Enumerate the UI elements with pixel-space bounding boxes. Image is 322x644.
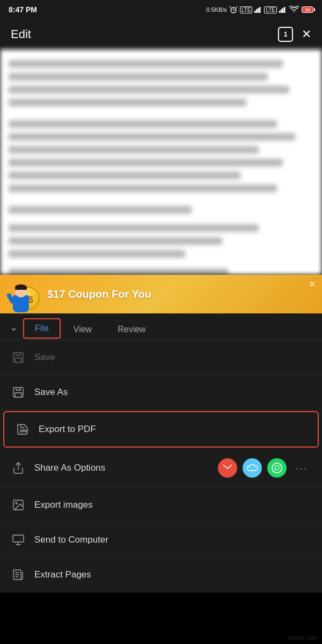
blur-line bbox=[9, 159, 283, 166]
send-computer-label: Send to Computer bbox=[34, 535, 311, 545]
blur-line bbox=[9, 86, 289, 93]
svg-rect-1 bbox=[254, 11, 256, 13]
status-speed: 0.5KB/s bbox=[206, 6, 227, 13]
tab-file[interactable]: File bbox=[23, 318, 61, 339]
svg-rect-5 bbox=[279, 11, 281, 13]
coupon-text: $17 Coupon For You bbox=[47, 288, 313, 301]
export-pdf-label: Export to PDF bbox=[39, 424, 307, 435]
menu-item-save[interactable]: Save bbox=[0, 340, 322, 375]
save-icon bbox=[11, 350, 26, 365]
alarm-icon bbox=[229, 5, 238, 14]
coupon-figure: $ bbox=[9, 276, 41, 312]
menu-item-save-as[interactable]: Save As bbox=[0, 375, 322, 410]
menu-item-send-computer[interactable]: Send to Computer bbox=[0, 523, 322, 558]
svg-rect-3 bbox=[258, 8, 259, 13]
battery-icon: 20 bbox=[302, 6, 313, 13]
status-time: 8:47 PM bbox=[9, 5, 37, 14]
document-preview bbox=[0, 49, 322, 275]
tab-review[interactable]: Review bbox=[105, 319, 158, 340]
blur-line bbox=[9, 185, 277, 192]
share-more-button[interactable]: ··· bbox=[292, 458, 311, 478]
menu-item-export-images[interactable]: Export images bbox=[0, 488, 322, 523]
signal-text-1: LTE bbox=[240, 6, 253, 13]
svg-point-15 bbox=[16, 502, 17, 504]
blur-line bbox=[9, 133, 295, 141]
blur-line bbox=[9, 60, 283, 68]
blur-line bbox=[9, 172, 240, 179]
page-title: Edit bbox=[11, 27, 31, 41]
status-right: 0.5KB/s LTE LTE 20 bbox=[206, 5, 313, 14]
extract-pages-icon bbox=[11, 567, 26, 582]
tab-view[interactable]: View bbox=[61, 319, 105, 340]
blur-line bbox=[9, 120, 277, 128]
share-label: Share As Options bbox=[34, 463, 218, 473]
svg-rect-7 bbox=[282, 8, 284, 13]
svg-rect-2 bbox=[256, 9, 258, 13]
share-whatsapp-button[interactable] bbox=[267, 458, 287, 478]
signal-bars-1 bbox=[254, 6, 262, 13]
svg-rect-6 bbox=[281, 9, 282, 13]
export-images-label: Export images bbox=[34, 500, 311, 510]
save-as-icon bbox=[11, 385, 26, 400]
tab-chevron-button[interactable]: ⌄ bbox=[4, 321, 23, 340]
tab-bar: ⌄ File View Review bbox=[0, 313, 322, 340]
wifi-icon bbox=[289, 6, 299, 13]
share-email-button[interactable] bbox=[218, 458, 237, 478]
watermark: wpslin.com bbox=[288, 634, 317, 641]
menu-item-export-pdf[interactable]: Export to PDF bbox=[3, 411, 319, 448]
extract-pages-label: Extract Pages bbox=[34, 569, 311, 580]
menu-list: Save Save As Export to PDF Share As Opti… bbox=[0, 340, 322, 592]
svg-rect-8 bbox=[284, 7, 286, 13]
blur-line bbox=[9, 206, 192, 214]
svg-rect-4 bbox=[259, 7, 261, 13]
tab-count-box[interactable]: 1 bbox=[278, 27, 293, 42]
header-bar: Edit 1 ✕ bbox=[0, 19, 322, 49]
coupon-close-button[interactable]: ✕ bbox=[309, 279, 316, 289]
svg-point-13 bbox=[272, 463, 282, 473]
export-pdf-icon bbox=[15, 422, 30, 437]
email-icon bbox=[223, 464, 232, 472]
svg-rect-16 bbox=[13, 535, 24, 542]
cloud-icon bbox=[247, 464, 258, 472]
blur-line bbox=[9, 146, 259, 153]
menu-item-extract-pages[interactable]: Extract Pages bbox=[0, 558, 322, 592]
close-button[interactable]: ✕ bbox=[302, 27, 311, 41]
signal-bars-2 bbox=[279, 6, 287, 13]
menu-item-share[interactable]: Share As Options ··· bbox=[0, 449, 322, 488]
send-computer-icon bbox=[11, 532, 26, 547]
blur-line bbox=[9, 268, 228, 275]
figure-hair bbox=[15, 284, 27, 290]
status-bar: 8:47 PM 0.5KB/s LTE LTE 20 bbox=[0, 0, 322, 19]
header-actions: 1 ✕ bbox=[278, 27, 311, 42]
coin-symbol: $ bbox=[28, 295, 33, 305]
blur-line bbox=[9, 224, 259, 232]
signal-text-2: LTE bbox=[264, 6, 277, 13]
export-images-icon bbox=[11, 497, 26, 513]
blur-line bbox=[9, 99, 246, 106]
blur-line bbox=[9, 237, 222, 245]
share-icon bbox=[11, 460, 26, 475]
save-as-label: Save As bbox=[34, 387, 311, 398]
share-icons-group: ··· bbox=[218, 458, 311, 478]
share-cloud-button[interactable] bbox=[243, 458, 262, 478]
blur-line bbox=[9, 73, 268, 80]
figure-body bbox=[13, 295, 29, 312]
coupon-banner[interactable]: $ $17 Coupon For You ✕ bbox=[0, 275, 322, 313]
save-label: Save bbox=[34, 352, 311, 363]
whatsapp-icon bbox=[272, 463, 282, 473]
blur-line bbox=[9, 250, 185, 258]
